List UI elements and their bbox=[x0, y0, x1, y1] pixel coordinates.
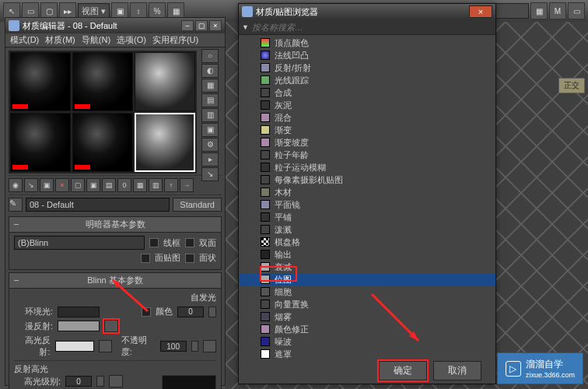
tree-item[interactable]: 平面镜 bbox=[239, 198, 495, 211]
specular-map-button[interactable] bbox=[99, 340, 112, 352]
spec-level-map-button[interactable] bbox=[109, 375, 123, 387]
tree-item[interactable]: 粒子运动模糊 bbox=[239, 161, 495, 173]
menu-item[interactable]: 模式(D) bbox=[10, 34, 39, 46]
sample-slot[interactable] bbox=[72, 113, 133, 172]
go-parent-icon[interactable]: ↑ bbox=[164, 178, 178, 192]
tree-item[interactable]: 每像素摄影机贴图 bbox=[239, 173, 495, 186]
tree-item[interactable]: 衰减 bbox=[239, 261, 495, 273]
tree-item[interactable]: 合成 bbox=[239, 86, 495, 99]
menu-item[interactable]: 选项(O) bbox=[117, 34, 146, 46]
tree-item[interactable]: 棋盘格 bbox=[239, 236, 495, 248]
cancel-button[interactable]: 取消 bbox=[433, 361, 481, 380]
video-color-icon[interactable]: ▥ bbox=[201, 108, 219, 122]
put-to-scene-icon[interactable]: ↘ bbox=[24, 178, 38, 192]
background-icon[interactable]: ▦ bbox=[201, 79, 219, 93]
maximize-button[interactable]: ▢ bbox=[195, 20, 208, 31]
tree-item[interactable]: 顶点颜色 bbox=[239, 37, 495, 49]
sample-slot[interactable] bbox=[10, 52, 71, 111]
shader-dropdown[interactable]: (B)Blinn bbox=[14, 236, 145, 250]
specular-swatch[interactable] bbox=[55, 341, 94, 352]
make-unique-icon[interactable]: ▣ bbox=[86, 178, 100, 192]
facemap-checkbox[interactable] bbox=[141, 254, 150, 263]
close-button[interactable]: × bbox=[209, 20, 222, 31]
sample-type-icon[interactable]: ○ bbox=[201, 49, 219, 63]
selfillum-value[interactable] bbox=[177, 307, 204, 317]
put-to-library-icon[interactable]: ▤ bbox=[102, 178, 116, 192]
map-type-icon bbox=[261, 150, 270, 159]
spinner[interactable] bbox=[208, 307, 216, 317]
show-end-result-icon[interactable]: ▥ bbox=[149, 178, 163, 192]
tree-item[interactable]: 混合 bbox=[239, 111, 495, 124]
spinner[interactable] bbox=[96, 376, 104, 387]
tree-item[interactable]: 遮罩 bbox=[239, 348, 495, 360]
tree-item[interactable]: 向量置换 bbox=[239, 298, 495, 310]
map-tree[interactable]: 顶点颜色法线凹凸反射/折射光线跟踪合成灰泥混合渐变渐变坡度粒子年龄粒子运动模糊每… bbox=[239, 35, 495, 362]
preview-icon[interactable]: ▣ bbox=[201, 123, 219, 137]
tree-item[interactable]: 粒子年龄 bbox=[239, 149, 495, 161]
view-combo[interactable]: 视图 ▾ bbox=[78, 3, 110, 19]
tree-item-label: 混合 bbox=[275, 112, 292, 124]
two-sided-checkbox[interactable] bbox=[185, 238, 194, 247]
sample-slot[interactable] bbox=[10, 113, 71, 172]
tree-item[interactable]: 渐变 bbox=[239, 124, 495, 136]
tool-btn[interactable]: M bbox=[549, 2, 566, 19]
menu-item[interactable]: 导航(N) bbox=[82, 34, 110, 46]
select-by-mat-icon[interactable]: ▸ bbox=[201, 152, 219, 166]
assign-icon[interactable]: ↘ bbox=[201, 167, 219, 181]
tree-item[interactable]: 泼溅 bbox=[239, 223, 495, 236]
tree-item[interactable]: 渐变坡度 bbox=[239, 136, 495, 149]
tree-item[interactable]: 噪波 bbox=[239, 335, 495, 348]
rollout-shader-basic[interactable]: –明暗器基本参数 bbox=[9, 216, 222, 233]
diffuse-swatch[interactable] bbox=[58, 321, 100, 331]
selfillum-color-label: 颜色 bbox=[156, 306, 173, 317]
tree-item[interactable]: 位图 bbox=[239, 273, 495, 286]
tree-item[interactable]: 平铺 bbox=[239, 211, 495, 223]
selfillum-color-checkbox[interactable] bbox=[142, 307, 151, 317]
window-title: 材质编辑器 - 08 - Default bbox=[23, 20, 117, 32]
close-button[interactable]: × bbox=[469, 5, 492, 18]
tree-item[interactable]: 光线跟踪 bbox=[239, 74, 495, 86]
tree-item[interactable]: 反射/折射 bbox=[239, 61, 495, 74]
get-material-icon[interactable]: ◉ bbox=[9, 178, 23, 192]
minimize-button[interactable]: – bbox=[181, 20, 194, 31]
menu-item[interactable]: 实用程序(U) bbox=[152, 34, 198, 46]
faceted-label: 面状 bbox=[199, 252, 216, 264]
tree-item[interactable]: 法线凹凸 bbox=[239, 49, 495, 61]
tree-item[interactable]: 木材 bbox=[239, 186, 495, 198]
tree-item[interactable]: 灰泥 bbox=[239, 99, 495, 111]
chevron-down-icon[interactable]: ▼ bbox=[242, 23, 249, 31]
ok-button[interactable]: 确定 bbox=[379, 361, 427, 380]
uv-tile-icon[interactable]: ▤ bbox=[201, 93, 219, 107]
backlight-icon[interactable]: ◐ bbox=[201, 64, 219, 78]
go-sibling-icon[interactable]: → bbox=[180, 178, 194, 192]
spec-level-input[interactable] bbox=[65, 376, 92, 387]
rollout-blinn-basic[interactable]: –Blinn 基本参数 bbox=[9, 272, 222, 289]
reset-icon[interactable]: × bbox=[55, 178, 69, 192]
menu-item[interactable]: 材质(M) bbox=[45, 34, 75, 46]
search-input[interactable] bbox=[252, 23, 492, 32]
material-type-button[interactable]: Standard bbox=[173, 198, 222, 212]
material-name-input[interactable] bbox=[26, 198, 170, 212]
opacity-input[interactable] bbox=[160, 341, 187, 352]
tree-item[interactable]: 颜色修正 bbox=[239, 323, 495, 335]
wire-checkbox[interactable] bbox=[149, 238, 159, 247]
tree-item[interactable]: 细胞 bbox=[239, 286, 495, 298]
sample-slot[interactable] bbox=[72, 52, 133, 111]
sample-slot[interactable] bbox=[135, 52, 195, 111]
faceted-checkbox[interactable] bbox=[185, 254, 194, 263]
spinner[interactable] bbox=[191, 341, 198, 352]
diffuse-map-button[interactable] bbox=[104, 320, 118, 332]
mat-id-icon[interactable]: 0 bbox=[117, 178, 131, 192]
options-icon[interactable]: ⚙ bbox=[201, 138, 219, 152]
show-map-icon[interactable]: ▦ bbox=[133, 178, 147, 192]
tool-btn[interactable]: ▭ bbox=[568, 2, 585, 19]
sample-slot-active[interactable] bbox=[135, 113, 195, 172]
opacity-map-button[interactable] bbox=[203, 340, 216, 352]
ambient-swatch[interactable] bbox=[58, 307, 100, 317]
assign-to-selection-icon[interactable]: ▣ bbox=[40, 178, 54, 192]
tool-btn[interactable]: ▦ bbox=[530, 2, 548, 19]
tree-item[interactable]: 烟雾 bbox=[239, 310, 495, 323]
make-copy-icon[interactable]: ▢ bbox=[71, 178, 85, 192]
tree-item[interactable]: 输出 bbox=[239, 248, 495, 261]
dropper-icon[interactable]: ✎ bbox=[9, 198, 23, 212]
